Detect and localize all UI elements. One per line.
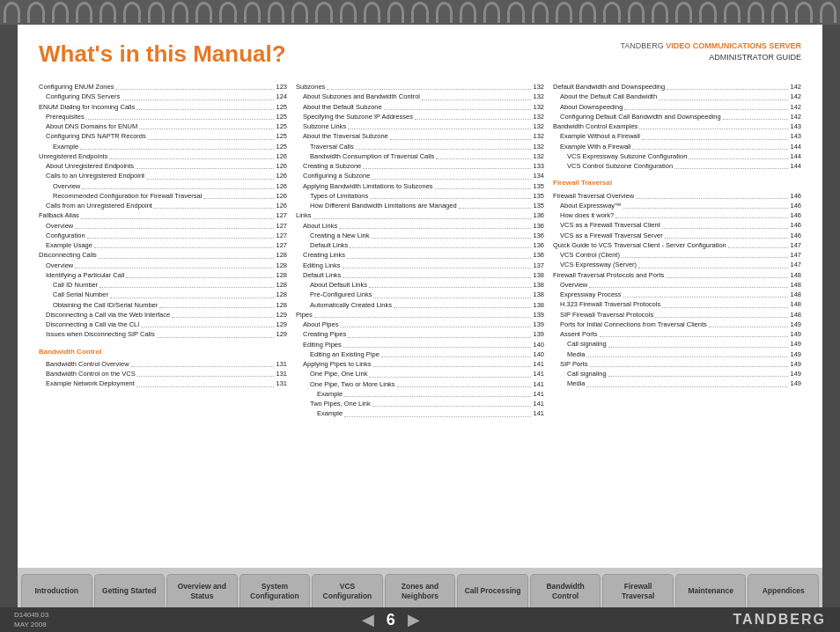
toc-page-number: 128 <box>276 280 287 290</box>
toc-entry: Default Links136 <box>296 240 544 250</box>
tab-zones-and-neighbors[interactable]: Zones and Neighbors <box>385 574 456 607</box>
brand-line2: ADMINISTRATOR GUIDE <box>620 52 801 63</box>
toc-entry: Configuring DNS NAPTR Records125 <box>39 131 287 141</box>
toc-page-number: 138 <box>533 300 544 310</box>
spiral-ring <box>315 2 332 23</box>
toc-entry-text: Applying Pipes to Links <box>296 359 372 369</box>
toc-page-number: 128 <box>276 250 287 260</box>
toc-page-number: 126 <box>276 151 287 161</box>
toc-page-number: 142 <box>790 102 801 112</box>
toc-entry-text: Creating Links <box>296 250 345 260</box>
toc-entry-text: Editing Pipes <box>296 340 342 349</box>
toc-area: Configuring ENUM Zones123Configuring DNS… <box>18 75 822 584</box>
spiral-ring <box>27 2 44 23</box>
toc-entry: Subzones132 <box>296 82 544 92</box>
tab-firewall-traversal[interactable]: Firewall Traversal <box>602 574 674 607</box>
toc-entry-text: One Pipe, One Link <box>296 369 367 378</box>
toc-section-header: Bandwidth Control <box>39 347 287 357</box>
toc-page-number: 135 <box>533 201 544 210</box>
tab-call-processing[interactable]: Call Processing <box>457 574 528 607</box>
spiral-ring <box>364 2 380 23</box>
toc-dots <box>608 347 789 348</box>
toc-dots <box>137 376 275 377</box>
toc-entry: Two Pipes, One Link141 <box>296 399 544 408</box>
toc-page-number: 128 <box>276 290 287 299</box>
spiral-ring <box>532 2 549 23</box>
toc-dots <box>709 327 789 327</box>
toc-entry-text: Configuring DNS NAPTR Records <box>39 131 146 141</box>
spiral-ring <box>52 2 69 23</box>
toc-page-number: 148 <box>790 270 801 280</box>
tab-getting-started[interactable]: Getting Started <box>94 574 166 607</box>
toc-page-number: 141 <box>533 379 544 389</box>
toc-entry: Bandwidth Control on the VCS131 <box>39 369 287 378</box>
toc-entry: Default Links138 <box>296 270 544 280</box>
toc-page-number: 141 <box>533 408 544 418</box>
tab-system-configuration[interactable]: System Configuration <box>239 574 311 607</box>
page-title: What's in this Manual? <box>39 40 286 68</box>
toc-entry: Editing Pipes140 <box>296 340 544 349</box>
toc-entry-text: Recommended Configuration for Firewall T… <box>39 191 202 201</box>
toc-entry: Expressway Process148 <box>553 290 801 299</box>
toc-dots <box>586 386 788 387</box>
tab-appendices[interactable]: Appendices <box>748 574 819 607</box>
toc-page-number: 146 <box>790 201 801 210</box>
spiral-ring <box>483 2 500 23</box>
toc-entry: Overview126 <box>39 181 287 191</box>
toc-dots <box>314 317 532 318</box>
prev-arrow[interactable]: ◀ <box>362 610 374 629</box>
spiral-ring <box>387 2 404 23</box>
doc-number: D14049.03 <box>14 610 48 620</box>
toc-page-number: 134 <box>533 171 544 180</box>
tab-bandwidth-control[interactable]: Bandwidth Control <box>530 574 601 607</box>
toc-dots <box>99 287 274 288</box>
toc-page-number: 148 <box>790 290 801 299</box>
toc-entry: Example141 <box>296 408 544 418</box>
toc-entry-text: Creating Pipes <box>296 329 346 339</box>
toc-dots <box>343 268 532 268</box>
next-arrow[interactable]: ▶ <box>408 610 420 629</box>
toc-dots <box>623 208 789 209</box>
toc-dots <box>80 149 274 150</box>
toc-page-number: 128 <box>276 300 287 310</box>
toc-entry-text: Configuring DNS Servers <box>39 92 120 101</box>
tab-introduction[interactable]: Introduction <box>21 574 92 607</box>
toc-dots <box>159 307 274 308</box>
toc-entry-text: Disconnecting a Call via the CLI <box>39 320 139 329</box>
toc-entry: Configuration127 <box>39 231 287 240</box>
spiral-ring <box>291 2 308 23</box>
tab-overview-and-status[interactable]: Overview and Status <box>166 574 238 607</box>
toc-entry-text: About Unregistered Endpoints <box>39 161 134 171</box>
toc-entry: Obtaining the Call ID/Serial Number128 <box>39 300 287 310</box>
toc-entry: Creating a New Link136 <box>296 231 544 240</box>
toc-entry-text: Expressway Process <box>553 290 622 299</box>
toc-entry-text: About the Default Call Bandwidth <box>553 92 657 101</box>
spiral-ring <box>99 2 116 23</box>
toc-entry-text: Default Bandwidth and Downspeeding <box>553 82 665 92</box>
toc-dots <box>356 149 532 150</box>
toc-entry-text: Default Links <box>296 240 348 250</box>
toc-page-number: 138 <box>533 290 544 299</box>
toc-entry: Default Bandwidth and Downspeeding142 <box>553 82 801 92</box>
toc-entry: Disconnecting Calls128 <box>39 250 287 260</box>
tab-maintenance[interactable]: Maintenance <box>675 574 747 607</box>
toc-dots <box>99 258 275 259</box>
toc-entry: Configuring DNS Servers124 <box>39 92 287 101</box>
toc-entry-text: Bandwidth Control on the VCS <box>39 369 136 378</box>
toc-entry-text: Bandwidth Control Examples <box>553 121 637 131</box>
toc-page-number: 126 <box>276 161 287 171</box>
toc-page-number: 149 <box>790 320 801 329</box>
toc-dots <box>313 218 532 219</box>
spiral-ring <box>436 2 453 23</box>
toc-page-number: 149 <box>790 339 801 349</box>
toc-entry: About Default Links138 <box>296 280 544 290</box>
toc-page-number: 141 <box>533 389 544 399</box>
toc-dots <box>436 158 531 159</box>
toc-entry-text: Default Links <box>296 270 341 280</box>
toc-entry-text: Call Serial Number <box>39 290 108 299</box>
tab-vcs-configuration[interactable]: VCS Configuration <box>312 574 383 607</box>
toc-entry: VCS as a Firewall Traversal Client146 <box>553 220 801 230</box>
toc-entry-text: SIP Ports <box>553 359 588 369</box>
toc-dots <box>363 168 531 169</box>
toc-entry-text: Media <box>553 349 585 359</box>
